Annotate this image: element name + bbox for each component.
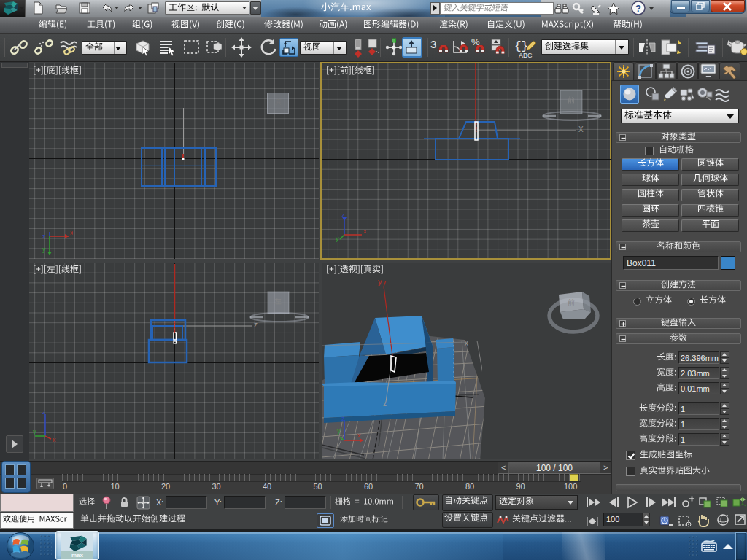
svg-text:前: 前 xyxy=(568,298,575,306)
svg-text:max: max xyxy=(71,552,84,559)
svg-text:y: y xyxy=(336,235,339,242)
svg-text:z: z xyxy=(42,408,46,416)
svg-text:y: y xyxy=(42,246,46,253)
svg-text:y: y xyxy=(337,427,341,435)
svg-text:z: z xyxy=(341,416,345,422)
svg-text:x: x xyxy=(357,432,361,439)
svg-text:x: x xyxy=(53,436,56,442)
svg-text:ABC: ABC xyxy=(519,52,533,59)
svg-text:z: z xyxy=(341,211,345,219)
svg-text:z: z xyxy=(42,233,46,240)
svg-text:y: y xyxy=(33,428,36,435)
svg-text:x: x xyxy=(363,228,366,235)
svg-text:?: ? xyxy=(635,3,641,14)
svg-text:x: x xyxy=(70,230,73,236)
